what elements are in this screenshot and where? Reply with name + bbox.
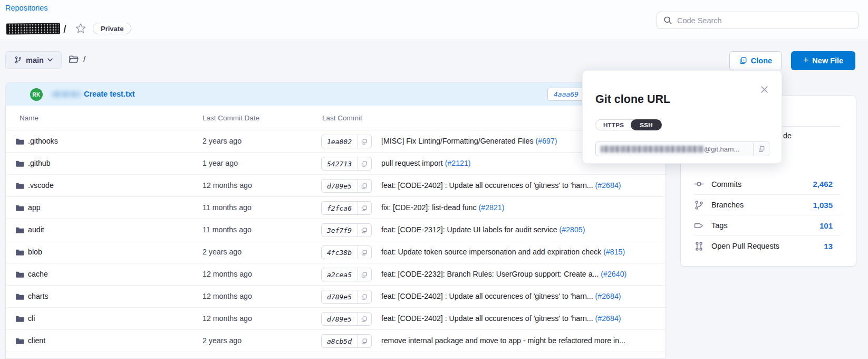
stat-value[interactable]: 2,462 xyxy=(813,180,840,188)
copy-sha-button[interactable] xyxy=(357,268,371,281)
stat-row[interactable]: Commits 2,462 xyxy=(694,174,840,194)
commit-sha-chip[interactable]: a2cea5 xyxy=(321,268,372,281)
stat-value[interactable]: 1,035 xyxy=(813,201,840,210)
pr-number-link[interactable]: (#2684) xyxy=(595,314,621,323)
file-name: .github xyxy=(28,159,51,167)
search-icon xyxy=(663,16,672,25)
commit-sha-chip[interactable]: f2fca6 xyxy=(321,201,372,215)
column-header-name: Name xyxy=(20,114,38,122)
breadcrumb-repositories[interactable]: Repositories xyxy=(5,4,48,12)
pr-number-link[interactable]: (#2684) xyxy=(595,292,621,300)
folder-icon xyxy=(15,182,24,190)
path-root: / xyxy=(83,54,85,63)
commit-message-text: fix: [CDE-202]: list-dead func xyxy=(381,203,479,212)
copy-sha-button[interactable] xyxy=(357,313,371,325)
column-header-date: Last Commit Date xyxy=(202,114,259,122)
clone-url-field[interactable]: @git.harn... xyxy=(595,141,769,156)
stat-row[interactable]: Open Pull Requests 13 xyxy=(694,235,840,256)
copy-sha-button[interactable] xyxy=(357,224,371,237)
commit-sha: d789e5 xyxy=(322,180,357,192)
stat-row[interactable]: Tags 101 xyxy=(694,215,840,235)
commit-message-text: feat: [CODE-2402] : Update all occurence… xyxy=(381,292,595,300)
file-name: audit xyxy=(28,225,44,234)
toggle-ssh[interactable]: SSH xyxy=(631,119,662,130)
file-name: .githooks xyxy=(28,137,58,145)
table-row[interactable]: cache 12 months ago a2cea5 feat: [CODE-2… xyxy=(6,263,666,286)
copy-sha-button[interactable] xyxy=(357,202,371,214)
copy-sha-button[interactable] xyxy=(357,180,371,192)
pr-number-link[interactable]: (#815) xyxy=(603,248,625,256)
repo-title-row: Private xyxy=(6,22,131,35)
commit-sha-chip[interactable]: a8cb5d xyxy=(321,334,372,348)
new-file-button[interactable]: + New File xyxy=(791,51,855,70)
commit-sha-chip[interactable]: 3ef7f9 xyxy=(321,223,372,237)
table-row[interactable]: .vscode 12 months ago d789e5 feat: [CODE… xyxy=(6,175,666,197)
commit-message-text: pull request import xyxy=(381,159,445,167)
commit-sha-chip[interactable]: d789e5 xyxy=(321,312,372,326)
table-header: Name Last Commit Date Last Commit xyxy=(6,106,666,130)
tag-icon xyxy=(694,221,704,231)
chevron-down-icon xyxy=(47,58,53,62)
search-input[interactable] xyxy=(677,16,852,25)
pr-number-link[interactable]: (#2640) xyxy=(601,270,626,278)
pr-number-link[interactable]: (#2121) xyxy=(445,159,471,167)
commit-sha-chip[interactable]: d789e5 xyxy=(321,179,372,193)
table-row[interactable]: audit 11 months ago 3ef7f9 feat: [CODE-2… xyxy=(6,219,666,241)
copy-sha-button[interactable] xyxy=(357,157,371,170)
commit-message: feat: [CODE-2402] : Update all occurence… xyxy=(381,181,621,190)
clone-icon xyxy=(739,56,747,65)
commit-message: feat: [CODE-2232]: Branch Rules: UserGro… xyxy=(381,270,626,278)
last-commit-date: 12 months ago xyxy=(202,292,252,300)
copy-sha-button[interactable] xyxy=(357,335,371,347)
commit-message-text: feat: Update token source impersonation … xyxy=(381,248,603,256)
folder-icon xyxy=(15,159,24,167)
last-commit-date: 12 months ago xyxy=(202,314,252,323)
latest-commit-link[interactable]: Create test.txt xyxy=(84,90,135,98)
copy-sha-button[interactable] xyxy=(357,290,371,303)
copy-sha-button[interactable] xyxy=(357,246,371,259)
commit-sha-chip[interactable]: 4fc38b xyxy=(321,245,372,259)
stat-row[interactable]: Branches 1,035 xyxy=(694,194,840,215)
branch-name: main xyxy=(26,56,44,64)
table-row[interactable]: cli 12 months ago d789e5 feat: [CODE-240… xyxy=(6,308,666,330)
new-file-label: New File xyxy=(812,56,843,65)
last-commit-date: 2 years ago xyxy=(202,336,242,345)
commit-sha: 4fc38b xyxy=(322,246,357,259)
commit-message-text: feat: [CODE-2312]: Update UI labels for … xyxy=(381,225,560,234)
branch-selector[interactable]: main xyxy=(5,51,62,69)
commit-sha-chip[interactable]: 1ea002 xyxy=(321,135,372,148)
pr-number-link[interactable]: (#697) xyxy=(536,137,557,145)
folder-icon xyxy=(15,137,24,145)
table-row[interactable]: blob 2 years ago 4fc38b feat: Update tok… xyxy=(6,241,666,263)
clone-url-tail: @git.harn... xyxy=(704,145,739,153)
toggle-https[interactable]: HTTPS xyxy=(596,120,631,130)
commit-message: [MISC] Fix Linting/Formatting/Generated … xyxy=(381,137,557,145)
commit-sha-chip[interactable]: 542713 xyxy=(321,157,372,171)
table-row[interactable]: .githooks 2 years ago 1ea002 [MISC] Fix … xyxy=(6,130,666,153)
commit-sha-chip[interactable]: d789e5 xyxy=(321,290,372,304)
protocol-toggle: HTTPS SSH xyxy=(595,119,662,130)
commit-sha: 3ef7f9 xyxy=(322,224,357,237)
pr-number-link[interactable]: (#2805) xyxy=(560,225,585,234)
commit-sha: d789e5 xyxy=(322,313,357,325)
commit-message: feat: [CODE-2312]: Update UI labels for … xyxy=(381,225,585,234)
file-name: cli xyxy=(28,314,35,323)
pr-number-link[interactable]: (#2684) xyxy=(595,181,621,190)
stat-value[interactable]: 101 xyxy=(819,221,840,230)
copy-url-button[interactable] xyxy=(753,142,769,156)
star-icon[interactable] xyxy=(74,22,88,35)
close-icon[interactable] xyxy=(760,86,769,94)
code-search-box xyxy=(657,12,859,29)
last-commit-date: 12 months ago xyxy=(202,270,252,278)
table-row[interactable]: .github 1 year ago 542713 pull request i… xyxy=(6,153,666,175)
commit-sha: f2fca6 xyxy=(322,202,357,214)
clone-button[interactable]: Clone xyxy=(729,51,782,70)
commit-message: feat: Update token source impersonation … xyxy=(381,248,625,256)
stat-value[interactable]: 13 xyxy=(824,242,840,251)
copy-sha-button[interactable] xyxy=(357,135,371,148)
table-row[interactable]: charts 12 months ago d789e5 feat: [CODE-… xyxy=(6,286,666,308)
folder-icon xyxy=(15,204,24,212)
table-row[interactable]: client 2 years ago a8cb5d remove interna… xyxy=(6,330,666,352)
table-row[interactable]: app 11 months ago f2fca6 fix: [CDE-202]:… xyxy=(6,197,666,219)
pr-number-link[interactable]: (#2821) xyxy=(479,203,505,212)
